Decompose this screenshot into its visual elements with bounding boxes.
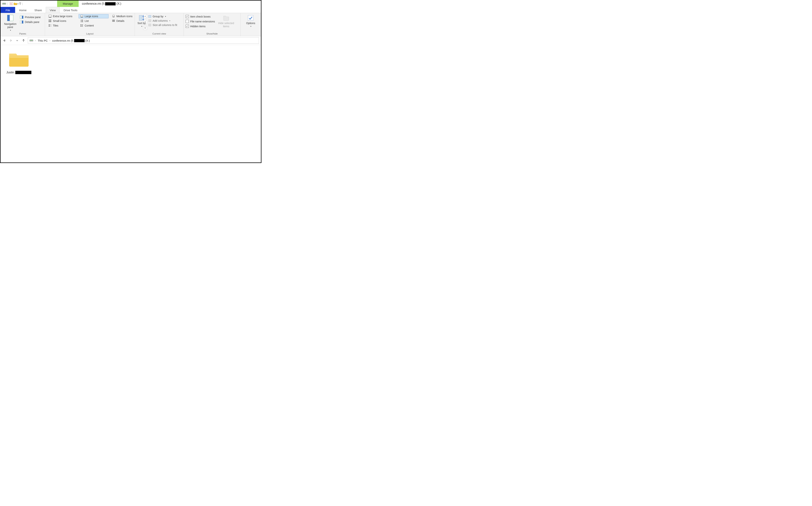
folder-item[interactable]: Justin. [4, 50, 34, 74]
svg-rect-29 [80, 24, 81, 25]
up-button[interactable] [21, 38, 25, 43]
folder-icon [8, 50, 30, 68]
options-label: Options [246, 22, 255, 25]
view-tiles-label: Tiles [53, 24, 58, 27]
qat-customize-button[interactable] [18, 1, 22, 6]
medium-icons-icon [112, 15, 115, 18]
breadcrumb-chevron-icon[interactable]: › [35, 39, 36, 42]
svg-rect-22 [81, 17, 83, 17]
details-pane-button[interactable]: Details pane [20, 20, 41, 23]
svg-rect-37 [112, 20, 115, 20]
tab-share[interactable]: Share [30, 7, 46, 13]
svg-rect-1 [3, 3, 5, 4]
chevron-down-icon [16, 39, 18, 42]
breadcrumb-chevron-icon[interactable]: › [50, 39, 50, 42]
group-label-show-hide: Show/hide [186, 32, 239, 36]
qat-separator-2: | [22, 2, 23, 5]
navigation-pane-label: Navigation pane [2, 22, 18, 29]
options-button[interactable]: Options▾ [244, 14, 257, 28]
file-name-extensions-toggle[interactable]: File name extensions [186, 20, 215, 23]
svg-rect-13 [49, 20, 50, 20]
svg-rect-15 [49, 21, 50, 22]
view-large-icons-label: Large icons [85, 15, 98, 18]
item-check-boxes-label: Item check boxes [190, 15, 211, 18]
back-button[interactable] [2, 38, 7, 43]
view-list-label: List [85, 19, 89, 22]
hidden-items-toggle[interactable]: Hidden items [186, 25, 215, 28]
contextual-tab-manage[interactable]: Manage [57, 1, 78, 7]
tab-view[interactable]: View [46, 7, 60, 13]
ribbon-group-current-view: Sort by▾ Group by▾ Add columns▾ Size all… [135, 13, 183, 36]
svg-rect-46 [149, 24, 151, 26]
add-columns-icon [148, 19, 151, 22]
hide-selected-items-button[interactable]: Hide selected items [217, 14, 236, 28]
view-list[interactable]: List [79, 19, 108, 23]
svg-rect-14 [50, 20, 51, 20]
tab-file[interactable]: File [1, 7, 15, 13]
view-large-icons[interactable]: Large icons [79, 14, 108, 18]
svg-rect-54 [30, 40, 33, 40]
view-tiles[interactable]: Tiles [47, 23, 77, 28]
size-columns-icon [148, 24, 151, 26]
breadcrumb-this-pc[interactable]: This PC [38, 39, 48, 42]
ribbon-tab-strip: File Home Share View Drive Tools [1, 7, 261, 13]
details-pane-icon [20, 20, 23, 23]
add-columns-button[interactable]: Add columns▾ [148, 19, 177, 22]
navigation-pane-button[interactable]: Navigation pane▾ [2, 14, 18, 32]
svg-rect-32 [80, 26, 81, 26]
item-check-boxes-toggle[interactable]: Item check boxes [186, 15, 215, 18]
hidden-items-label: Hidden items [190, 25, 206, 28]
svg-rect-38 [112, 20, 115, 21]
svg-rect-43 [149, 20, 151, 22]
title-bar: | ▾ | Manage conference.rm (\\ (X:) [1, 1, 261, 7]
qat-drive-icon[interactable] [2, 1, 7, 6]
address-bar[interactable]: › This PC › conference.rm (\\ (X:) [28, 37, 259, 44]
breadcrumb-drive-suffix: (X:) [85, 39, 90, 42]
group-by-icon [148, 15, 151, 18]
view-small-icons-label: Small icons [53, 19, 66, 22]
ribbon-group-layout: Extra large icons Small icons Tiles Larg… [45, 13, 135, 36]
recent-locations-button[interactable] [15, 38, 19, 43]
tab-home[interactable]: Home [15, 7, 30, 13]
svg-rect-9 [22, 21, 23, 23]
view-details-label: Details [116, 19, 125, 22]
tab-drive-tools[interactable]: Drive Tools [60, 7, 81, 13]
group-label-panes: Panes [2, 32, 43, 36]
group-by-label: Group by [153, 15, 163, 18]
tiles-icon [49, 24, 52, 27]
navigation-pane-icon [7, 14, 14, 22]
view-extra-large-icons[interactable]: Extra large icons [47, 14, 77, 18]
preview-pane-icon [20, 16, 23, 19]
details-pane-label: Details pane [25, 20, 39, 23]
view-small-icons[interactable]: Small icons [47, 19, 77, 23]
svg-rect-30 [82, 24, 83, 25]
svg-rect-11 [49, 15, 51, 17]
arrow-up-icon [22, 39, 25, 42]
svg-rect-35 [112, 15, 114, 17]
breadcrumb-drive[interactable]: conference.rm (\\ (X:) [52, 39, 90, 42]
sort-by-button[interactable]: Sort by▾ [137, 14, 146, 28]
arrow-left-icon [3, 39, 6, 42]
folder-name-prefix: Justin. [6, 71, 15, 74]
sort-by-label: Sort by [138, 22, 146, 25]
svg-rect-3 [19, 3, 21, 3]
checkbox-icon [186, 15, 189, 18]
group-label-options [242, 32, 259, 36]
content-icon [80, 24, 83, 27]
forward-button[interactable] [9, 38, 13, 43]
qat-properties-icon[interactable] [9, 1, 14, 6]
svg-rect-5 [7, 15, 10, 21]
svg-rect-19 [49, 26, 50, 26]
group-by-button[interactable]: Group by▾ [148, 15, 177, 18]
folder-content-area[interactable]: Justin. [1, 45, 261, 162]
size-all-columns-button[interactable]: Size all columns to fit [148, 23, 177, 26]
qat-folder-icon[interactable]: ▾ [14, 1, 18, 6]
svg-rect-7 [22, 16, 23, 19]
preview-pane-button[interactable]: Preview pane [20, 16, 41, 19]
group-label-current-view: Current view [137, 32, 181, 36]
view-content[interactable]: Content [79, 23, 108, 28]
ribbon-group-options: Options▾ [241, 13, 261, 36]
size-all-columns-label: Size all columns to fit [153, 23, 177, 26]
redacted-server [105, 2, 115, 5]
file-name-extensions-label: File name extensions [190, 20, 215, 23]
